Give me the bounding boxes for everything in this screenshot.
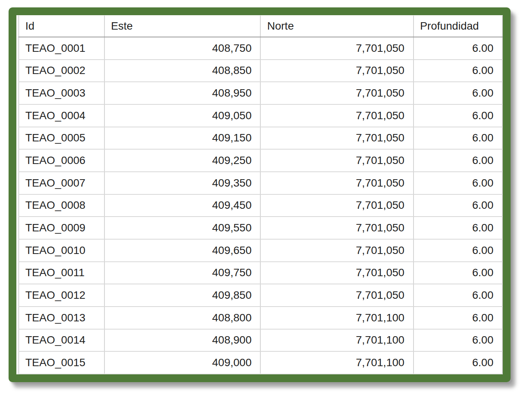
table-cell: TEAO_0003 bbox=[19, 82, 104, 104]
table-cell: 6.00 bbox=[414, 104, 502, 127]
table-cell: TEAO_0015 bbox=[19, 351, 104, 374]
table-cell: 6.00 bbox=[414, 284, 502, 307]
table-cell: 6.00 bbox=[414, 172, 502, 194]
table-cell: 6.00 bbox=[414, 239, 502, 262]
table-cell: 409,550 bbox=[104, 217, 261, 239]
table-cell: 6.00 bbox=[414, 329, 502, 352]
column-header-id: Id bbox=[19, 16, 104, 37]
table-cell: 6.00 bbox=[414, 194, 502, 217]
table-cell: 6.00 bbox=[414, 82, 502, 104]
table-cell: 7,701,050 bbox=[260, 149, 413, 172]
table-cell: 409,450 bbox=[104, 194, 261, 217]
table-cell: 6.00 bbox=[414, 60, 502, 82]
table-cell: 408,750 bbox=[104, 37, 261, 60]
table-row: TEAO_0009409,5507,701,0506.00 bbox=[19, 217, 502, 239]
table-cell: 7,701,050 bbox=[260, 284, 413, 307]
table-cell: 7,701,050 bbox=[260, 172, 413, 194]
figure-canvas: Id Este Norte Profundidad TEAO_0001408,7… bbox=[0, 0, 532, 402]
table-cell: 6.00 bbox=[414, 262, 502, 284]
table-row: TEAO_0003408,9507,701,0506.00 bbox=[19, 82, 502, 104]
table-cell: 7,701,050 bbox=[260, 127, 413, 150]
table-row: TEAO_0004409,0507,701,0506.00 bbox=[19, 104, 502, 127]
table-cell: 7,701,050 bbox=[260, 217, 413, 239]
table-cell: 7,701,050 bbox=[260, 239, 413, 262]
table-cell: 6.00 bbox=[414, 351, 502, 374]
table-cell: TEAO_0007 bbox=[19, 172, 104, 194]
table-cell: 7,701,050 bbox=[260, 60, 413, 82]
table-cell: TEAO_0004 bbox=[19, 104, 104, 127]
table-cell: 409,850 bbox=[104, 284, 261, 307]
table-cell: TEAO_0005 bbox=[19, 127, 104, 150]
table-cell: 7,701,050 bbox=[260, 194, 413, 217]
table-cell: 409,350 bbox=[104, 172, 261, 194]
table-row: TEAO_0011409,7507,701,0506.00 bbox=[19, 262, 502, 284]
header-row: Id Este Norte Profundidad bbox=[19, 16, 502, 37]
table-cell: TEAO_0014 bbox=[19, 329, 104, 352]
table-cell: 408,800 bbox=[104, 307, 261, 329]
column-header-norte: Norte bbox=[260, 16, 413, 37]
coordinates-table: Id Este Norte Profundidad TEAO_0001408,7… bbox=[18, 16, 503, 374]
table-cell: 409,750 bbox=[104, 262, 261, 284]
table-cell: 408,950 bbox=[104, 82, 261, 104]
table-cell: 409,250 bbox=[104, 149, 261, 172]
table-cell: TEAO_0011 bbox=[19, 262, 104, 284]
table-cell: 7,701,050 bbox=[260, 262, 413, 284]
table-cell: TEAO_0008 bbox=[19, 194, 104, 217]
table-cell: 7,701,100 bbox=[260, 329, 413, 352]
table-frame: Id Este Norte Profundidad TEAO_0001408,7… bbox=[9, 7, 511, 382]
column-header-este: Este bbox=[104, 16, 261, 37]
table-cell: 409,650 bbox=[104, 239, 261, 262]
table-body: TEAO_0001408,7507,701,0506.00TEAO_000240… bbox=[19, 37, 502, 374]
table-cell: 6.00 bbox=[414, 307, 502, 329]
table-cell: 7,701,050 bbox=[260, 37, 413, 60]
table-cell: 7,701,050 bbox=[260, 104, 413, 127]
table-cell: 6.00 bbox=[414, 149, 502, 172]
table-cell: 408,850 bbox=[104, 60, 261, 82]
table-row: TEAO_0010409,6507,701,0506.00 bbox=[19, 239, 502, 262]
table-row: TEAO_0008409,4507,701,0506.00 bbox=[19, 194, 502, 217]
table-cell: TEAO_0001 bbox=[19, 37, 104, 60]
table-cell: TEAO_0010 bbox=[19, 239, 104, 262]
table-cell: 408,900 bbox=[104, 329, 261, 352]
table-row: TEAO_0015409,0007,701,1006.00 bbox=[19, 351, 502, 374]
table-cell: 409,150 bbox=[104, 127, 261, 150]
table-area: Id Este Norte Profundidad TEAO_0001408,7… bbox=[16, 15, 503, 374]
table-cell: 7,701,100 bbox=[260, 307, 413, 329]
table-cell: 409,050 bbox=[104, 104, 261, 127]
table-cell: TEAO_0009 bbox=[19, 217, 104, 239]
table-cell: TEAO_0006 bbox=[19, 149, 104, 172]
table-row: TEAO_0002408,8507,701,0506.00 bbox=[19, 60, 502, 82]
table-cell: TEAO_0013 bbox=[19, 307, 104, 329]
table-cell: 6.00 bbox=[414, 37, 502, 60]
table-cell: 6.00 bbox=[414, 127, 502, 150]
table-row: TEAO_0006409,2507,701,0506.00 bbox=[19, 149, 502, 172]
table-row: TEAO_0007409,3507,701,0506.00 bbox=[19, 172, 502, 194]
table-row: TEAO_0001408,7507,701,0506.00 bbox=[19, 37, 502, 60]
table-cell: TEAO_0002 bbox=[19, 60, 104, 82]
table-row: TEAO_0014408,9007,701,1006.00 bbox=[19, 329, 502, 352]
column-header-profundidad: Profundidad bbox=[414, 16, 502, 37]
table-cell: TEAO_0012 bbox=[19, 284, 104, 307]
table-cell: 6.00 bbox=[414, 217, 502, 239]
table-row: TEAO_0013408,8007,701,1006.00 bbox=[19, 307, 502, 329]
table-cell: 7,701,100 bbox=[260, 351, 413, 374]
table-row: TEAO_0012409,8507,701,0506.00 bbox=[19, 284, 502, 307]
table-cell: 409,000 bbox=[104, 351, 261, 374]
table-cell: 7,701,050 bbox=[260, 82, 413, 104]
table-row: TEAO_0005409,1507,701,0506.00 bbox=[19, 127, 502, 150]
